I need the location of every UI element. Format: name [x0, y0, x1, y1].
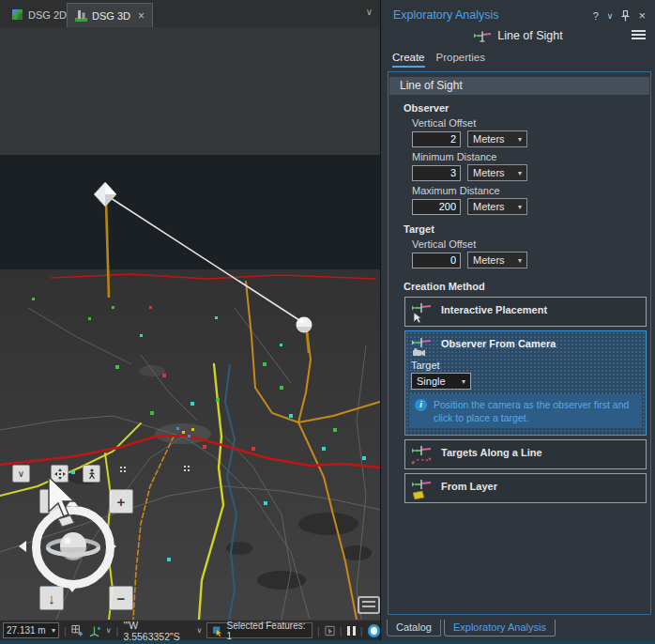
- close-tab-icon[interactable]: ×: [138, 9, 145, 23]
- tab-label: DSG 2D: [28, 9, 67, 21]
- coordinate-readout[interactable]: '"W 3,5563352"S: [123, 620, 191, 642]
- caret-icon: ▾: [518, 169, 522, 177]
- vertical-offset-input[interactable]: [412, 131, 461, 147]
- panel-tabs: Create Properties: [392, 52, 485, 68]
- target-group-label: Target: [404, 223, 650, 235]
- minimum-distance-label: Minimum Distance: [412, 151, 650, 162]
- map-2d-icon: [11, 8, 23, 21]
- panel-header-icons: ? ∨ ×: [593, 8, 646, 23]
- exploratory-analysis-panel: Exploratory Analysis ? ∨ × Line of Sight: [380, 0, 655, 640]
- caret-icon: ▾: [518, 256, 522, 265]
- from-layer-icon: [411, 477, 434, 499]
- camera-target-label: Target: [411, 360, 646, 371]
- vertical-offset-unit-dropdown[interactable]: Meters ▾: [467, 130, 527, 147]
- dock-tab-catalog[interactable]: Catalog: [387, 620, 441, 636]
- targets-along-line-icon: [411, 443, 434, 466]
- scale-value: 27.131 m: [7, 625, 46, 636]
- info-icon: i: [415, 399, 427, 411]
- tab-label: DSG 3D: [92, 10, 130, 22]
- move-down-button[interactable]: ↓: [39, 586, 64, 610]
- snapping-grid-icon[interactable]: [71, 624, 84, 637]
- planet-icon: [46, 529, 100, 565]
- camera-info-message: i Position the camera as the observer fi…: [409, 394, 642, 428]
- mouse-cursor: [45, 476, 79, 530]
- panel-dock-tabs: Catalog Exploratory Analysis: [387, 620, 556, 636]
- method-interactive-placement[interactable]: Interactive Placement: [404, 297, 647, 327]
- zoom-in-button[interactable]: +: [109, 489, 133, 514]
- minimum-distance-unit-dropdown[interactable]: Meters ▾: [467, 164, 527, 181]
- caret-icon: ▾: [518, 203, 522, 211]
- method-from-layer[interactable]: From Layer: [404, 473, 647, 503]
- target-vertical-offset-label: Vertical Offset: [412, 238, 650, 250]
- map-status-bar: 27.131 m ▾ | ∨ | '"W 3,5563352"S ∨ Selec…: [0, 620, 380, 640]
- tool-title-row: Line of Sight: [381, 27, 655, 44]
- panel-content: Line of Sight Observer Vertical Offset M…: [388, 71, 651, 615]
- camera-target-dropdown[interactable]: Single ▾: [411, 373, 471, 390]
- tab-create[interactable]: Create: [392, 52, 425, 68]
- tab-dsg-2d[interactable]: DSG 2D: [4, 3, 74, 26]
- maximum-distance-unit-dropdown[interactable]: Meters ▾: [467, 198, 527, 215]
- observer-from-camera-icon: [411, 335, 434, 358]
- tool-title: Line of Sight: [497, 29, 563, 42]
- selection-icon: [212, 625, 222, 636]
- vertical-offset-label: Vertical Offset: [412, 117, 650, 129]
- panel-title: Exploratory Analysis: [393, 8, 499, 22]
- maximum-distance-label: Maximum Distance: [412, 185, 650, 196]
- scale-dropdown[interactable]: 27.131 m ▾: [3, 622, 59, 638]
- caret-icon: ▾: [52, 626, 55, 635]
- scene-3d-icon: [75, 9, 87, 22]
- selected-features-label: Selected Features: 1: [227, 621, 307, 641]
- selected-features-indicator[interactable]: Selected Features: 1: [206, 622, 312, 638]
- zoom-out-button[interactable]: −: [109, 586, 133, 610]
- help-icon[interactable]: ?: [593, 10, 599, 22]
- collapse-navigator-button[interactable]: ∨: [12, 465, 30, 483]
- section-header: Line of Sight: [389, 77, 649, 95]
- method-targets-along-line[interactable]: Targets Along a Line: [404, 439, 647, 469]
- close-panel-icon[interactable]: ×: [638, 8, 646, 23]
- target-vertical-offset-input[interactable]: [412, 253, 461, 268]
- overview-map-button[interactable]: [358, 596, 380, 614]
- maximum-distance-input[interactable]: [412, 199, 461, 215]
- view-tab-bar: DSG 2D DSG 3D × ∨: [0, 0, 380, 28]
- panel-menu-chevron-icon[interactable]: ∨: [607, 11, 614, 21]
- caret-icon: ▾: [518, 135, 522, 144]
- chevron-icon[interactable]: ∨: [106, 626, 112, 635]
- panel-options-menu-icon[interactable]: [632, 30, 646, 41]
- 3d-axes-icon[interactable]: [88, 624, 101, 637]
- tab-dsg-3d[interactable]: DSG 3D ×: [67, 3, 153, 27]
- method-observer-from-camera[interactable]: Observer From Camera Target Single ▾ i P…: [404, 330, 647, 436]
- line-of-sight-icon: [473, 29, 492, 43]
- tab-list-chevron-icon[interactable]: ∨: [366, 7, 373, 17]
- walk-person-icon: [87, 468, 97, 480]
- drawing-status-icon: [368, 624, 380, 637]
- target-marker: [297, 317, 312, 333]
- tab-properties[interactable]: Properties: [436, 52, 485, 68]
- observer-group-label: Observer: [404, 102, 650, 114]
- target-vertical-offset-unit-dropdown[interactable]: Meters ▾: [467, 252, 527, 268]
- window-bottom-strip: [0, 640, 655, 644]
- walk-mode-button[interactable]: [83, 465, 100, 483]
- arcgis-pro-window: DSG 2D DSG 3D × ∨: [0, 0, 655, 644]
- dock-tab-exploratory-analysis[interactable]: Exploratory Analysis: [444, 620, 556, 636]
- interactive-placement-icon: [411, 300, 434, 323]
- chevron-icon[interactable]: ∨: [197, 626, 203, 635]
- creation-method-label: Creation Method: [404, 281, 650, 292]
- minimum-distance-input[interactable]: [412, 165, 461, 181]
- pin-icon[interactable]: [621, 10, 630, 22]
- explore-tool-icon[interactable]: [325, 625, 335, 636]
- compass-west-pointer: [19, 541, 26, 552]
- caret-icon: ▾: [462, 377, 465, 386]
- scene-viewport[interactable]: ∨ ↑ + ↓ −: [0, 27, 380, 620]
- pause-drawing-icon[interactable]: [347, 626, 356, 636]
